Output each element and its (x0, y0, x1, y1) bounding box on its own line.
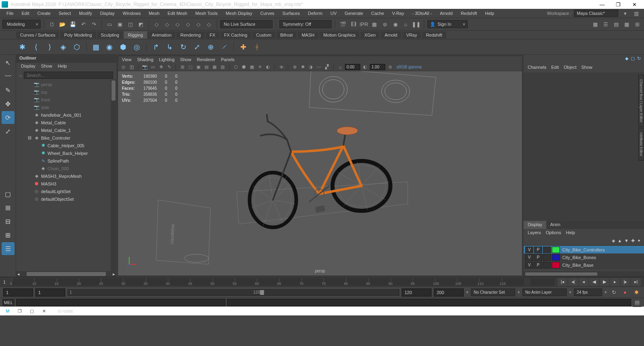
shelf-tab-animation[interactable]: Animation (148, 31, 175, 39)
minimize-button[interactable]: — (594, 0, 610, 8)
shelf-tab-mash[interactable]: MASH (297, 31, 318, 39)
single-pane-icon[interactable]: ▢ (2, 187, 14, 200)
vp-film-gate-icon[interactable]: ▢ (187, 64, 194, 70)
snap-point-icon[interactable]: ◇ (173, 20, 182, 29)
vp-lights-icon[interactable]: ☀ (257, 64, 263, 70)
shelf-tab-motion-graphics[interactable]: Motion Graphics (319, 31, 359, 39)
shelf-lattice-icon[interactable]: ▦ (90, 41, 102, 53)
vp-field-chart-icon[interactable]: ▦ (211, 64, 218, 70)
vp-menu-panels[interactable]: Panels (221, 57, 235, 62)
shelf-tab-redshift[interactable]: Redshift (422, 31, 446, 39)
menu-select[interactable]: Select (56, 10, 74, 16)
vp-gamma-field[interactable] (370, 64, 385, 70)
shelf-tab-curves-surfaces[interactable]: Curves / Surfaces (16, 31, 59, 39)
auto-key-icon[interactable]: ● (621, 288, 630, 297)
paint-select-tool[interactable]: ✎ (2, 84, 14, 97)
play-end-field[interactable] (402, 288, 431, 297)
vp-2d-pan-icon[interactable]: ✥ (158, 64, 164, 70)
maximize-button[interactable]: ❐ (610, 0, 626, 8)
outliner-item[interactable]: ◆handlebar_Axis_001 (16, 111, 116, 119)
outliner-item[interactable]: 📷front (16, 96, 116, 103)
menu-surfaces[interactable]: Surfaces (279, 10, 303, 16)
scale-tool[interactable]: ⤢ (2, 125, 14, 138)
shelf-cluster-icon[interactable]: ◉ (103, 41, 116, 53)
vp-xray-joints-icon[interactable]: ✱ (299, 64, 306, 70)
outliner-pane-icon[interactable]: ☰ (2, 242, 14, 255)
taskbar-max-icon[interactable]: ▢ (26, 307, 38, 315)
taskbar-close-icon[interactable]: ✕ (38, 307, 50, 315)
snap-surface-icon[interactable]: ◇ (194, 20, 203, 29)
menu-generate[interactable]: Generate (341, 10, 366, 16)
close-button[interactable]: ✕ (626, 0, 642, 8)
undo-icon[interactable]: ↶ (79, 20, 88, 29)
outliner-item[interactable]: 📷persp (16, 80, 116, 88)
open-scene-icon[interactable]: 📂 (58, 20, 67, 29)
panel-layout-icon[interactable]: ⊞ (633, 20, 642, 29)
shelf-ikspline-icon[interactable]: ⟩ (43, 41, 56, 53)
vp-menu-shading[interactable]: Shading (137, 57, 153, 62)
outliner-menu-display[interactable]: Display (21, 64, 35, 70)
hud-toggle-icon[interactable]: ☰ (601, 20, 610, 29)
vp-shaded-icon[interactable]: ⬢ (241, 64, 247, 70)
outliner-item[interactable]: ∿SplinePath (16, 157, 116, 165)
vp-image-plane-icon[interactable]: ▭ (150, 64, 156, 70)
new-scene-icon[interactable]: 🗋 (47, 20, 56, 29)
menu-windows[interactable]: Windows (120, 10, 144, 16)
layer-menu-help[interactable]: Help (566, 230, 575, 236)
outliner-scrollbar[interactable] (111, 80, 116, 271)
save-scene-icon[interactable]: 💾 (68, 20, 77, 29)
shelf-bind-icon[interactable]: ◈ (57, 41, 69, 53)
hypershade-icon[interactable]: ◉ (391, 20, 400, 29)
four-pane-icon[interactable]: ⊞ (2, 201, 14, 214)
modeling-toolkit-icon[interactable]: ▦ (591, 20, 600, 29)
shelf-constraint-parent-icon[interactable]: ↱ (150, 41, 162, 53)
vp-safe-action-icon[interactable]: ▥ (219, 64, 226, 70)
menu-mesh-tools[interactable]: Mesh Tools (192, 10, 221, 16)
vp-xray-icon[interactable]: ⊗ (291, 64, 298, 70)
layer-hscroll[interactable] (524, 271, 644, 277)
move-tool[interactable]: ✥ (2, 97, 14, 110)
shelf-hik-icon[interactable]: ⟊ (251, 41, 263, 53)
shelf-joint-icon[interactable]: ✱ (16, 41, 28, 53)
outliner-item[interactable]: ◆Metal_Cable_1 (16, 126, 116, 134)
display-layer[interactable]: VPCity_Bike_Bones (524, 253, 644, 261)
vp-lock-camera-icon[interactable]: ⚿ (128, 64, 135, 70)
outliner-item[interactable]: 📷side (16, 103, 116, 111)
menu-mesh-display[interactable]: Mesh Display (223, 10, 256, 16)
layer-add-icon[interactable]: ✚ (631, 238, 635, 244)
range-track[interactable]: 1 120 (68, 289, 399, 296)
pause-icon[interactable]: ❚❚ (412, 20, 421, 29)
display-layer[interactable]: VPCity_Bike_Base (524, 261, 644, 269)
lasso-tool[interactable]: 〰 (2, 70, 14, 83)
light-editor-icon[interactable]: ☼ (401, 20, 410, 29)
layer-playback-toggle[interactable]: P (534, 254, 542, 261)
layer-menu-options[interactable]: Options (546, 230, 561, 236)
vp-exposure-icon[interactable]: ☼ (337, 64, 343, 70)
viewport-canvas[interactable]: Verts:18038000Edges:36010000Faces:179645… (118, 71, 522, 276)
shelf-tab-xgen[interactable]: XGen (360, 31, 380, 39)
vp-color-mgmt-icon[interactable]: ⊚ (387, 64, 393, 70)
layer-up-icon[interactable]: ▲ (617, 238, 622, 244)
shelf-tab-poly-modeling[interactable]: Poly Modeling (60, 31, 96, 39)
rotate-tool[interactable]: ⟳ (2, 111, 14, 124)
display-layer[interactable]: VPCity_Bike_Controllers (524, 246, 644, 253)
shelf-wrap-icon[interactable]: ◎ (131, 41, 143, 53)
shelf-ik-icon[interactable]: ⟨ (30, 41, 42, 53)
render-globals-icon[interactable]: ⊚ (380, 20, 389, 29)
layer-vis-toggle[interactable]: V (525, 254, 533, 261)
layer-color-swatch[interactable] (552, 247, 560, 253)
vp-wireframe-icon[interactable]: ⬡ (233, 64, 239, 70)
vp-exposure-field[interactable] (345, 64, 360, 70)
menu-cache[interactable]: Cache (368, 10, 387, 16)
layer-tab-anim[interactable]: Anim (546, 221, 564, 229)
shelf-tab-rigging[interactable]: Rigging (124, 31, 147, 39)
two-pane-v-icon[interactable]: ⊞ (2, 229, 14, 241)
vp-menu-lighting[interactable]: Lighting (159, 57, 175, 62)
outliner-item[interactable]: ◎defaultLightSet (16, 187, 116, 195)
shelf-tab-rendering[interactable]: Rendering (176, 31, 205, 39)
range-options-icon[interactable]: ▾ (466, 290, 469, 295)
select-tool[interactable]: ↖ (2, 56, 14, 69)
outliner-item[interactable]: 📷top (16, 88, 116, 96)
vp-select-camera-icon[interactable]: ◎ (120, 64, 127, 70)
menu-deform[interactable]: Deform (305, 10, 326, 16)
